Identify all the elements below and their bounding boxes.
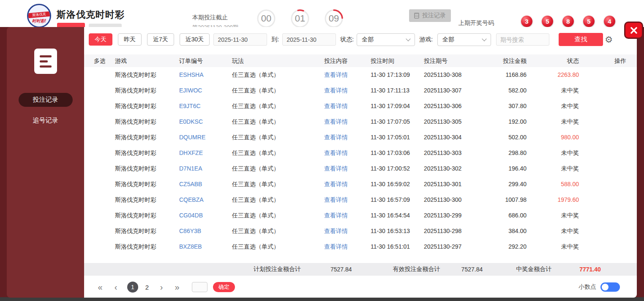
bet-amount-cell: 292.20 xyxy=(467,239,537,255)
status-cell: 未中奖 xyxy=(537,161,589,176)
next-page-button[interactable]: › xyxy=(157,282,166,292)
order-number-link[interactable]: D7N1EA xyxy=(169,161,222,176)
game-name-cell: 斯洛伐克时时彩 xyxy=(105,67,169,83)
bet-amount-cell: 1168.86 xyxy=(467,67,537,83)
order-number-link[interactable]: C86Y3B xyxy=(169,223,222,239)
page-button-2[interactable]: 2 xyxy=(144,284,150,291)
order-number-link[interactable]: E0DKSC xyxy=(169,114,222,130)
pagination-bar: « ‹ 12 › » 确定 小数点 xyxy=(96,282,627,293)
status-cell: 未中奖 xyxy=(537,98,589,114)
bet-amount-cell: 196.40 xyxy=(467,161,537,176)
bet-time-cell: 11-30 17:07:05 xyxy=(361,114,414,130)
order-number-link[interactable]: ESHSHA xyxy=(169,67,222,83)
column-header-2: 订单编号 xyxy=(169,54,222,67)
partial-tab-gray[interactable] xyxy=(89,24,122,27)
page-button-1[interactable]: 1 xyxy=(127,282,138,293)
modal-sidebar: 投注记录追号记录 xyxy=(7,27,84,298)
close-button[interactable] xyxy=(624,22,643,39)
status-cell: 未中奖 xyxy=(537,239,589,255)
bet-period-cell: 20251130-308 xyxy=(414,67,467,83)
bet-time-cell: 11-30 16:53:13 xyxy=(361,223,414,239)
page-number-input[interactable] xyxy=(192,282,207,292)
first-page-button[interactable]: « xyxy=(96,282,104,292)
view-detail-link[interactable]: 查看详情 xyxy=(314,192,361,208)
play-type-cell: 任三直选（单式） xyxy=(222,176,314,192)
order-number-link[interactable]: DQUMRE xyxy=(169,130,222,145)
prev-page-button[interactable]: ‹ xyxy=(112,282,120,292)
table-row: 斯洛伐克时时彩E9JT6C任三直选（单式）查看详情11-30 17:09:042… xyxy=(84,98,637,114)
quick-filter-0[interactable]: 今天 xyxy=(89,33,112,46)
order-number-link[interactable]: BXZ8EB xyxy=(169,239,222,255)
order-number-link[interactable]: CZ5ABB xyxy=(169,176,222,192)
quick-filter-3[interactable]: 近30天 xyxy=(180,33,210,46)
date-from-input[interactable] xyxy=(213,33,267,46)
bet-time-cell: 11-30 16:51:01 xyxy=(361,239,414,255)
records-document-icon xyxy=(34,49,57,74)
gear-icon[interactable]: ⚙ xyxy=(605,35,613,44)
draw-ball: 3 xyxy=(521,16,532,27)
status-cell: 1979.60 xyxy=(537,192,589,208)
bet-period-cell: 20251130-307 xyxy=(414,83,467,98)
records-panel: 今天昨天近7天近30天 到: 状态: 全部 游戏: 全部 查找 ⚙ xyxy=(84,27,637,298)
order-number-link[interactable]: CG04DB xyxy=(169,208,222,223)
game-select[interactable]: 全部 xyxy=(437,33,491,46)
confirm-page-button[interactable]: 确定 xyxy=(213,282,235,292)
view-detail-link[interactable]: 查看详情 xyxy=(314,130,361,145)
decimal-toggle[interactable] xyxy=(600,282,620,292)
play-type-cell: 任三直选（单式） xyxy=(222,161,314,176)
chevron-down-icon xyxy=(406,36,410,41)
bet-time-cell: 11-30 17:00:52 xyxy=(361,161,414,176)
view-detail-link[interactable]: 查看详情 xyxy=(314,239,361,255)
column-header-7: 投注金额 xyxy=(467,54,537,67)
bet-amount-cell: 299.40 xyxy=(467,176,537,192)
quick-filter-1[interactable]: 昨天 xyxy=(118,33,142,46)
column-header-6: 投注期号 xyxy=(414,54,467,67)
game-name-cell: 斯洛伐克时时彩 xyxy=(105,161,169,176)
view-detail-link[interactable]: 查看详情 xyxy=(314,145,361,161)
order-number-link[interactable]: EJIWOC xyxy=(169,83,222,98)
deadline-label: 本期投注截止 xyxy=(192,14,238,22)
bet-time-cell: 11-30 16:57:09 xyxy=(361,192,414,208)
status-cell: 未中奖 xyxy=(537,223,589,239)
view-detail-link[interactable]: 查看详情 xyxy=(314,161,361,176)
view-detail-link[interactable]: 查看详情 xyxy=(314,83,361,98)
bet-time-cell: 11-30 16:59:02 xyxy=(361,176,414,192)
bet-records-button[interactable]: 投注记录 xyxy=(409,9,451,22)
sidebar-item-1[interactable]: 追号记录 xyxy=(19,114,73,127)
game-label: 游戏: xyxy=(419,36,433,43)
view-detail-link[interactable]: 查看详情 xyxy=(314,114,361,130)
status-cell: 未中奖 xyxy=(537,83,589,98)
date-to-input[interactable] xyxy=(282,33,336,46)
modal-sidebar-menu: 投注记录追号记录 xyxy=(19,74,73,127)
bet-amount-cell: 307.80 xyxy=(467,98,537,114)
view-detail-link[interactable]: 查看详情 xyxy=(314,208,361,223)
period-search-input[interactable] xyxy=(496,33,549,46)
logo-subtitle: 时时彩! xyxy=(28,18,50,24)
page-numbers: 12 xyxy=(127,282,157,293)
order-number-link[interactable]: E9JT6C xyxy=(169,98,222,114)
quick-filter-2[interactable]: 近7天 xyxy=(147,33,174,46)
view-detail-link[interactable]: 查看详情 xyxy=(314,223,361,239)
bet-time-cell: 11-30 17:11:13 xyxy=(361,83,414,98)
last-page-button[interactable]: » xyxy=(173,282,181,292)
view-detail-link[interactable]: 查看详情 xyxy=(314,176,361,192)
last-draw-label: 上期开奖号码 xyxy=(458,19,494,27)
partial-tab-red[interactable] xyxy=(57,23,85,27)
view-detail-link[interactable]: 查看详情 xyxy=(314,67,361,83)
play-type-cell: 任三直选（单式） xyxy=(222,192,314,208)
bet-time-cell: 11-30 17:03:06 xyxy=(361,145,414,161)
play-type-cell: 任三直选（单式） xyxy=(222,98,314,114)
order-number-link[interactable]: CQEBZA xyxy=(169,192,222,208)
sidebar-item-0[interactable]: 投注记录 xyxy=(19,93,73,107)
close-icon xyxy=(630,26,638,35)
table-row: 斯洛伐克时时彩CZ5ABB任三直选（单式）查看详情11-30 16:59:022… xyxy=(84,176,637,192)
table-row: 斯洛伐克时时彩DHXFZE任三直选（单式）查看详情11-30 17:03:062… xyxy=(84,145,637,161)
status-cell: 980.00 xyxy=(537,130,589,145)
status-cell: 未中奖 xyxy=(537,208,589,223)
document-icon xyxy=(414,13,419,19)
order-number-link[interactable]: DHXFZE xyxy=(169,145,222,161)
view-detail-link[interactable]: 查看详情 xyxy=(314,98,361,114)
game-name-cell: 斯洛伐克时时彩 xyxy=(105,223,169,239)
status-select[interactable]: 全部 xyxy=(357,33,415,46)
search-button[interactable]: 查找 xyxy=(559,33,603,46)
